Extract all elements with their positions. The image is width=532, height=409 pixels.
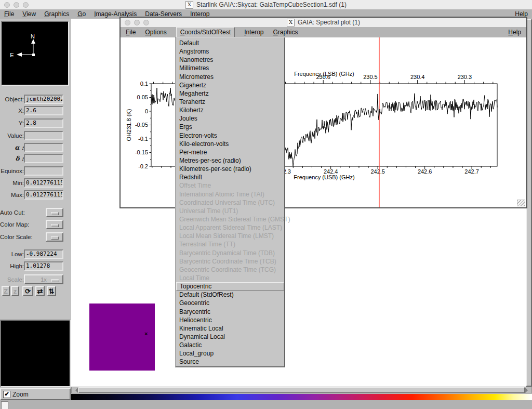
x-field[interactable]: 2.6 <box>24 106 63 115</box>
image-data-square[interactable]: × <box>89 304 155 371</box>
svg-text:0.05: 0.05 <box>137 94 148 100</box>
svg-text:230.4: 230.4 <box>410 74 425 80</box>
horizontal-scrollbar-thumb[interactable] <box>78 387 525 393</box>
menu-help[interactable]: Help <box>508 29 521 36</box>
sidebar: N E Object:jcmth20200221X:2.6Y:2.8Value:… <box>0 19 71 388</box>
menu-item-kilo-electron-volts[interactable]: Kilo-electron-volts <box>176 140 284 148</box>
field-row-max: Max:0.01277611590 <box>0 190 71 200</box>
alpha-field[interactable] <box>24 143 63 152</box>
menu-item-metres-per-sec-radio[interactable]: Metres-per-sec (radio) <box>176 156 284 165</box>
flip-y-button[interactable]: ⇅ <box>47 286 56 296</box>
rotate-button[interactable]: ⟳ <box>22 286 33 296</box>
field-row-delta: δ : <box>0 153 71 163</box>
menu-item-topocentric[interactable]: Topocentric <box>176 282 284 291</box>
horizontal-scrollbar[interactable] <box>71 387 532 393</box>
menu-item-heliocentric[interactable]: Heliocentric <box>176 316 284 324</box>
menu-item-nanometres[interactable]: Nanometres <box>176 56 284 64</box>
svg-text:242.7: 242.7 <box>464 168 479 175</box>
menu-file[interactable]: File <box>4 10 14 18</box>
svg-text:-0.2: -0.2 <box>138 163 148 169</box>
menu-item-megahertz[interactable]: Megahertz <box>176 89 284 98</box>
screen: X Starlink GAIA::Skycat: GaiaTempCubeSec… <box>0 0 532 409</box>
menu-item-source[interactable]: Source <box>176 358 284 366</box>
menu-go[interactable]: Go <box>77 10 86 18</box>
menu-item-barycentric-dynamical-time-tdb: Barycentric Dynamical Time (TDB) <box>176 249 284 257</box>
zoom-toggle-row[interactable]: ✔ Zoom <box>0 388 71 400</box>
menu-item-barycentric[interactable]: Barycentric <box>176 308 284 316</box>
menu-indicator-icon <box>51 236 59 240</box>
menu-item-redshift[interactable]: Redshift <box>176 173 284 181</box>
minimize-button[interactable] <box>14 2 19 8</box>
field-label-x: X: <box>0 108 24 114</box>
equinox-field[interactable] <box>24 166 63 176</box>
menu-item-galactic[interactable]: Galactic <box>176 341 284 349</box>
high-field[interactable]: 1.01278 <box>24 261 63 271</box>
menu-item-local-group[interactable]: Local_group <box>176 349 284 358</box>
menu-file[interactable]: File <box>126 29 136 36</box>
menu-item-local-apparent-sidereal-time-last: Local Apparent Sidereal Time (LAST) <box>176 223 284 232</box>
menu-options[interactable]: Options <box>145 29 166 36</box>
main-window-title: Starlink GAIA::Skycat: GaiaTempCubeSecti… <box>196 1 347 8</box>
flip-x-button[interactable]: ⇄ <box>35 286 45 296</box>
resize-grip[interactable] <box>517 200 525 206</box>
menu-coords-stdofrest[interactable]: Coords/StdOfRest <box>176 27 235 37</box>
menu-graphics[interactable]: Graphics <box>44 10 69 18</box>
field-label-y: Y: <box>0 120 24 126</box>
menu-item-gigahertz[interactable]: Gigahertz <box>176 81 284 89</box>
svg-text:230.3: 230.3 <box>458 74 472 80</box>
object-field[interactable]: jcmth20200221 <box>24 95 63 104</box>
menu-interop[interactable]: Interop <box>244 29 263 36</box>
menu-item-dynamical-local[interactable]: Dynamical Local <box>176 333 284 341</box>
menu-item-kinematic-local[interactable]: Kinematic Local <box>176 324 284 333</box>
menu-item-ergs[interactable]: Ergs <box>176 123 284 131</box>
menu-item-electron-volts[interactable]: Electron-volts <box>176 131 284 140</box>
zoom-checkbox[interactable]: ✔ <box>3 391 10 398</box>
menu-item-terahertz[interactable]: Terahertz <box>176 98 284 106</box>
window-controls[interactable] <box>4 2 29 8</box>
menu-item-millimetres[interactable]: Millimetres <box>176 64 284 72</box>
scroll-left-arrow-icon[interactable] <box>73 388 78 393</box>
menu-item-joules[interactable]: Joules <box>176 114 284 123</box>
zoom-checkbox-label: Zoom <box>12 391 29 398</box>
y-field[interactable]: 2.8 <box>24 118 63 128</box>
main-titlebar: X Starlink GAIA::Skycat: GaiaTempCubeSec… <box>0 0 532 10</box>
maximize-button[interactable] <box>143 20 149 25</box>
autocut-menubutton[interactable] <box>46 208 63 217</box>
menu-item-geocentric[interactable]: Geocentric <box>176 299 284 307</box>
value-field[interactable] <box>24 131 63 140</box>
field-label-colorscale: Color Scale: <box>0 234 24 240</box>
field-label-autocut: Auto Cut: <box>0 209 24 216</box>
colormap-menubutton[interactable] <box>46 220 63 229</box>
menu-item-default[interactable]: Default <box>176 39 284 47</box>
spectral-window-controls[interactable] <box>125 20 149 25</box>
scroll-right-arrow-icon[interactable] <box>525 388 530 393</box>
colorscale-menubutton[interactable] <box>46 232 63 242</box>
desktop-strip <box>0 400 532 409</box>
menu-item-kilometres-per-sec-radio[interactable]: Kilometres-per-sec (radio) <box>176 165 284 173</box>
field-row-low: Low:-0.987224 <box>0 249 71 259</box>
menu-item-default-stdofrest[interactable]: Default (StdOfRest) <box>176 291 284 299</box>
field-row-x: X:2.6 <box>0 105 71 115</box>
svg-text:242.6: 242.6 <box>418 168 432 175</box>
menu-item-micrometres[interactable]: Micrometres <box>176 73 284 81</box>
menu-item-kilohertz[interactable]: Kilohertz <box>176 106 284 114</box>
delta-field[interactable] <box>24 154 63 163</box>
close-button[interactable] <box>125 20 130 25</box>
desktop-icon[interactable] <box>1 401 8 409</box>
min-field[interactable]: 0.01277611590 <box>24 178 63 188</box>
minimize-button[interactable] <box>134 20 140 25</box>
menu-indicator-icon <box>51 224 59 227</box>
menu-view[interactable]: View <box>22 10 36 18</box>
field-row-y: Y:2.8 <box>0 118 71 128</box>
menu-item-angstroms[interactable]: Angstroms <box>176 47 284 56</box>
svg-text:OH231.8 (K): OH231.8 (K) <box>126 109 132 141</box>
max-field[interactable]: 0.01277611590 <box>24 190 63 200</box>
close-button[interactable] <box>4 2 10 8</box>
menu-graphics[interactable]: Graphics <box>273 29 298 36</box>
maximize-button[interactable] <box>23 2 29 8</box>
menu-item-per-metre[interactable]: Per-metre <box>176 148 284 156</box>
low-field[interactable]: -0.987224 <box>24 249 63 259</box>
colormap-bar[interactable] <box>71 394 532 400</box>
svg-text:-0.15: -0.15 <box>135 149 148 155</box>
field-row-scale: Scale:1x <box>0 274 71 284</box>
